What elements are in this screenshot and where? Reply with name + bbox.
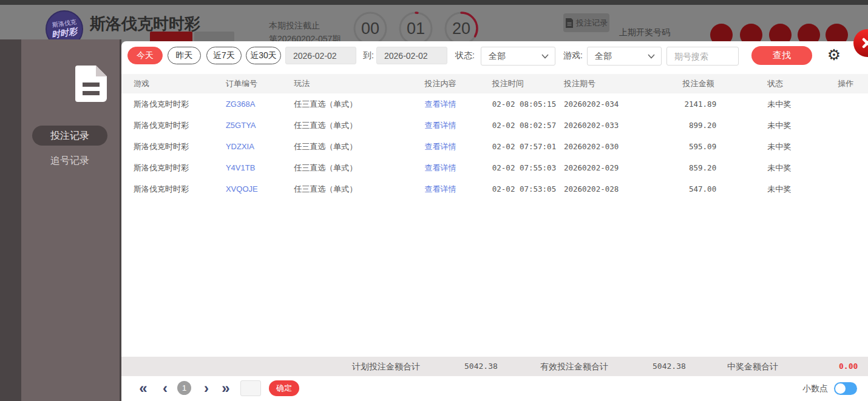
game-label: 游戏: [563,50,583,61]
cell-amount: 859.20 [683,163,717,172]
cell-period: 20260202-030 [564,142,683,151]
view-details-link[interactable]: 查看详情 [425,121,456,130]
plan-total-value: 5042.38 [464,362,498,371]
col-time: 投注时间 [492,78,564,89]
status-select[interactable]: 全部 [481,47,555,66]
cell-game: 斯洛伐克时时彩 [134,141,226,152]
col-play: 玩法 [294,78,424,89]
period-search-input[interactable] [666,47,739,66]
order-id-link[interactable]: Z5GTYA [226,121,256,130]
cell-period: 20260202-034 [564,99,683,109]
status-select-value: 全部 [481,51,541,62]
cell-time: 02-02 08:02:57 [492,121,564,130]
view-details-link[interactable]: 查看详情 [425,142,456,151]
bet-records-button[interactable]: 投注记录 [563,13,609,32]
gear-icon[interactable]: ⚙ [826,46,843,63]
document-icon [75,66,107,102]
view-details-link[interactable]: 查看详情 [425,163,456,172]
table-row: 斯洛伐克时时彩 XVQOJE 任三直选（单式） 查看详情 02-02 07:53… [121,178,868,200]
countdown-minutes: 01 [399,12,433,45]
range-7days-button[interactable]: 近7天 [206,47,242,64]
game-select[interactable]: 全部 [587,47,662,66]
cell-period: 20260202-029 [564,163,683,172]
date-to-input[interactable] [376,47,447,64]
bet-records-button-label: 投注记录 [576,18,608,29]
sidebar-item-label: 投注记录 [50,130,89,141]
status-label: 状态: [455,50,475,61]
table-row: 斯洛伐克时时彩 Y4V1TB 任三直选（单式） 查看详情 02-02 07:55… [121,157,868,178]
pagination-bar: « ‹ 1 › » 确定 小数点 [121,376,868,401]
view-details-link[interactable]: 查看详情 [425,99,456,109]
cell-amount: 899.20 [683,121,717,130]
cell-amount: 547.00 [683,184,717,194]
chevron-down-icon [541,54,549,59]
confirm-page-button[interactable]: 确定 [269,380,299,396]
order-id-link[interactable]: ZG368A [226,99,255,109]
cell-status: 未中奖 [767,141,838,152]
chevron-down-icon [648,54,655,59]
next-page-button[interactable]: › [198,379,215,397]
cell-play: 任三直选（单式） [294,163,424,174]
deadline-label: 本期投注截止 [269,21,320,32]
cell-play: 任三直选（单式） [294,141,424,152]
current-page-indicator[interactable]: 1 [177,381,191,395]
cell-period: 20260202-033 [564,121,683,130]
cell-play: 任三直选（单式） [294,184,424,195]
range-30days-button[interactable]: 近30天 [246,47,281,64]
range-yesterday-button[interactable]: 昨天 [168,47,201,64]
search-button[interactable]: 查找 [751,46,812,65]
table-header-row: 游戏 订单编号 玩法 投注内容 投注时间 投注期号 投注金额 状态 操作 [121,74,868,93]
cell-game: 斯洛伐克时时彩 [134,184,226,195]
range-today-button[interactable]: 今天 [127,47,163,64]
cell-time: 02-02 07:55:03 [492,163,564,172]
countdown-hours: 00 [353,12,387,45]
last-draw-label: 上期开奖号码 [619,27,670,38]
app-window: 斯洛伐克 时时彩 斯洛伐克时时彩 本期投注截止 第20260202-057期 0… [0,0,868,401]
cell-amount: 2141.89 [683,99,717,109]
col-action: 操作 [838,78,868,89]
cell-status: 未中奖 [767,163,838,174]
page-jump-input[interactable] [240,380,261,396]
sidebar-item-label: 追号记录 [50,155,89,166]
table-row: 斯洛伐克时时彩 Z5GTYA 任三直选（单式） 查看详情 02-02 08:02… [121,115,868,136]
date-from-input[interactable] [285,47,356,64]
cell-play: 任三直选（单式） [294,120,424,131]
win-total-value: 0.00 [839,362,858,371]
cell-game: 斯洛伐克时时彩 [134,163,226,174]
col-status: 状态 [767,78,838,89]
order-id-link[interactable]: XVQOJE [226,184,258,194]
order-id-link[interactable]: YDZXIA [226,142,254,151]
view-details-link[interactable]: 查看详情 [425,184,456,194]
records-sidebar: 投注记录 追号记录 [21,39,120,401]
order-id-link[interactable]: Y4V1TB [226,163,255,172]
prev-page-button[interactable]: ‹ [157,379,174,397]
last-page-button[interactable]: » [217,379,234,397]
valid-total-label: 有效投注金额合计 [540,362,608,372]
cell-time: 02-02 07:53:05 [492,184,564,194]
cell-status: 未中奖 [767,120,838,131]
first-page-button[interactable]: « [135,379,152,397]
cell-status: 未中奖 [767,99,838,110]
cell-game: 斯洛伐克时时彩 [134,120,226,131]
table-body: 斯洛伐克时时彩 ZG368A 任三直选（单式） 查看详情 02-02 08:05… [121,93,868,200]
cell-time: 02-02 08:05:15 [492,99,564,109]
sidebar-item-bet-records[interactable]: 投注记录 [32,126,107,146]
win-total-label: 中奖金额合计 [727,362,778,372]
decimal-toggle[interactable] [834,382,857,395]
cell-play: 任三直选（单式） [294,99,424,110]
decimal-toggle-label: 小数点 [802,383,828,394]
to-label: 到: [363,50,374,61]
cell-game: 斯洛伐克时时彩 [134,99,226,110]
plan-total-label: 计划投注金额合计 [352,362,420,372]
browser-top-strip [0,0,868,5]
document-icon [565,18,574,28]
col-amount: 投注金额 [683,78,717,89]
cell-period: 20260202-028 [564,184,683,194]
table-row: 斯洛伐克时时彩 ZG368A 任三直选（单式） 查看详情 02-02 08:05… [121,93,868,115]
col-period: 投注期号 [564,78,683,89]
sidebar-item-chase-records[interactable]: 追号记录 [32,150,107,170]
summary-bar: 计划投注金额合计 5042.38 有效投注金额合计 5042.38 中奖金额合计… [121,357,868,376]
table-row: 斯洛伐克时时彩 YDZXIA 任三直选（单式） 查看详情 02-02 07:57… [121,136,868,157]
col-order-id: 订单编号 [226,78,294,89]
countdown-seconds: 20 [444,12,478,45]
